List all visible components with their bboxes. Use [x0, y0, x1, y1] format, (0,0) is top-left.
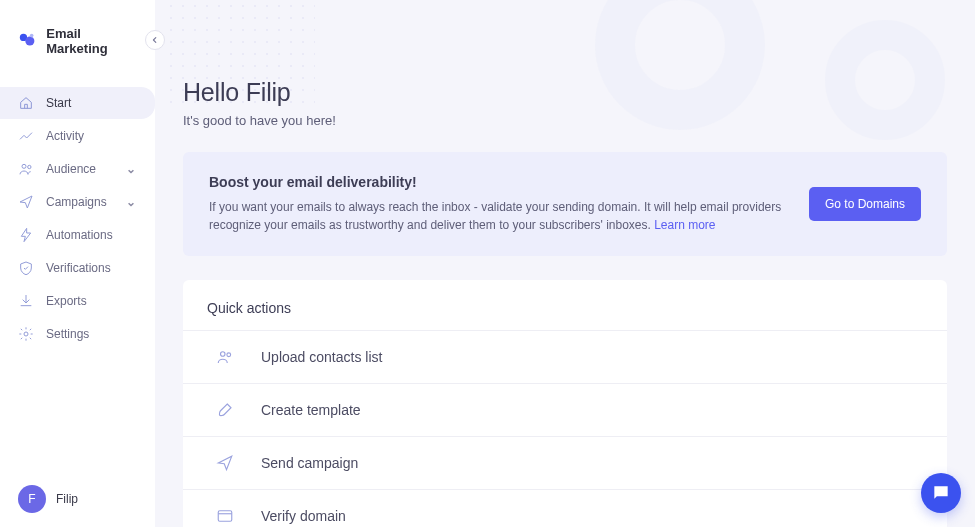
page-subtitle: It's good to have you here!: [183, 113, 947, 128]
quick-action-send-campaign[interactable]: Send campaign: [183, 436, 947, 489]
browser-icon: [215, 506, 235, 526]
download-icon: [18, 293, 34, 309]
sidebar-item-label: Start: [46, 96, 137, 110]
banner-description: If you want your emails to always reach …: [209, 198, 785, 234]
sidebar-item-label: Audience: [46, 162, 115, 176]
quick-actions-header: Quick actions: [183, 280, 947, 330]
sidebar-item-label: Settings: [46, 327, 137, 341]
learn-more-link[interactable]: Learn more: [654, 218, 715, 232]
svg-point-3: [22, 164, 26, 168]
svg-point-6: [221, 352, 226, 357]
chevron-down-icon: [127, 197, 137, 207]
avatar: F: [18, 485, 46, 513]
quick-action-verify-domain[interactable]: Verify domain: [183, 489, 947, 527]
sidebar: Email Marketing Start Activity Audience …: [0, 0, 155, 527]
shield-check-icon: [18, 260, 34, 276]
sidebar-header: Email Marketing: [0, 0, 155, 82]
sidebar-item-label: Automations: [46, 228, 137, 242]
sidebar-item-label: Verifications: [46, 261, 137, 275]
quick-action-label: Verify domain: [261, 508, 346, 524]
svg-point-2: [30, 34, 34, 38]
svg-point-4: [28, 165, 31, 168]
sidebar-item-verifications[interactable]: Verifications: [0, 252, 155, 284]
chat-launcher-button[interactable]: [921, 473, 961, 513]
sidebar-item-label: Activity: [46, 129, 137, 143]
go-to-domains-button[interactable]: Go to Domains: [809, 187, 921, 221]
page-title: Hello Filip: [183, 78, 947, 107]
gear-icon: [18, 326, 34, 342]
sidebar-item-audience[interactable]: Audience: [0, 153, 155, 185]
sidebar-item-automations[interactable]: Automations: [0, 219, 155, 251]
users-icon: [18, 161, 34, 177]
sidebar-item-settings[interactable]: Settings: [0, 318, 155, 350]
bolt-icon: [18, 227, 34, 243]
send-icon: [215, 453, 235, 473]
sidebar-item-start[interactable]: Start: [0, 87, 155, 119]
sidebar-item-label: Campaigns: [46, 195, 115, 209]
deliverability-banner: Boost your email deliverability! If you …: [183, 152, 947, 256]
quick-action-label: Upload contacts list: [261, 349, 382, 365]
sidebar-nav: Start Activity Audience Campaigns Automa…: [0, 82, 155, 351]
banner-title: Boost your email deliverability!: [209, 174, 785, 190]
brand-name: Email Marketing: [46, 26, 137, 56]
quick-actions-card: Quick actions Upload contacts list Creat…: [183, 280, 947, 527]
main-content: Hello Filip It's good to have you here! …: [155, 0, 975, 527]
send-icon: [18, 194, 34, 210]
quick-action-create-template[interactable]: Create template: [183, 383, 947, 436]
sidebar-footer[interactable]: F Filip: [0, 471, 155, 527]
chevron-down-icon: [127, 164, 137, 174]
chart-line-icon: [18, 128, 34, 144]
sidebar-item-exports[interactable]: Exports: [0, 285, 155, 317]
sidebar-item-label: Exports: [46, 294, 137, 308]
brush-icon: [215, 400, 235, 420]
svg-point-5: [24, 332, 28, 336]
svg-point-7: [227, 353, 231, 357]
quick-action-label: Send campaign: [261, 455, 358, 471]
sidebar-item-activity[interactable]: Activity: [0, 120, 155, 152]
svg-rect-8: [218, 511, 232, 522]
user-name: Filip: [56, 492, 78, 506]
quick-action-upload-contacts[interactable]: Upload contacts list: [183, 330, 947, 383]
brand-logo-icon: [18, 31, 36, 51]
svg-point-1: [25, 36, 34, 45]
sidebar-item-campaigns[interactable]: Campaigns: [0, 186, 155, 218]
users-icon: [215, 347, 235, 367]
quick-action-label: Create template: [261, 402, 361, 418]
home-icon: [18, 95, 34, 111]
